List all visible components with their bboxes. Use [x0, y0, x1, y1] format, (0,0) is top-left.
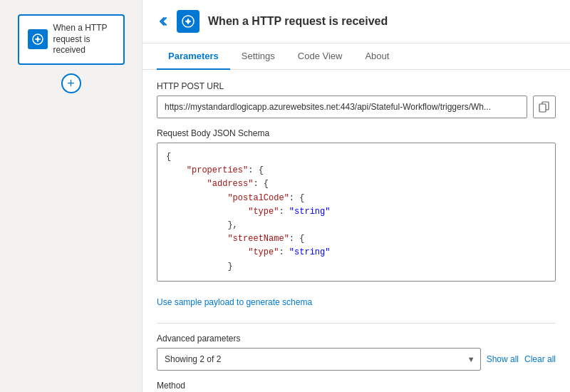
method-label: Method	[157, 381, 556, 391]
http-post-url-input[interactable]	[157, 96, 527, 118]
copy-url-button[interactable]	[533, 96, 556, 118]
method-field-group: Method GET POST PUT DELETE PATCH ▼	[157, 381, 556, 392]
tab-code-view[interactable]: Code View	[286, 43, 354, 70]
tab-about[interactable]: About	[353, 43, 400, 70]
http-trigger-icon	[28, 29, 48, 49]
json-line: "properties": {	[166, 164, 546, 177]
http-post-url-group: HTTP POST URL	[157, 81, 556, 118]
json-line: },	[166, 219, 546, 232]
content-area: HTTP POST URL Request Body JSON Schema {…	[142, 70, 570, 392]
json-line: "postalCode": {	[166, 192, 546, 205]
json-line: "type": "string"	[166, 246, 546, 259]
panel-header: When a HTTP request is received	[142, 0, 570, 43]
left-panel: When a HTTP request is received +	[0, 0, 142, 392]
tab-parameters[interactable]: Parameters	[157, 43, 230, 70]
trigger-label: When a HTTP request is received	[53, 23, 115, 56]
panel-header-icon	[177, 10, 200, 33]
panel-title: When a HTTP request is received	[208, 15, 388, 28]
json-schema-editor[interactable]: { "properties": { "address": { "postalCo…	[157, 143, 556, 282]
show-all-button[interactable]: Show all	[487, 354, 519, 364]
svg-rect-5	[539, 104, 546, 112]
http-post-url-label: HTTP POST URL	[157, 81, 556, 91]
add-step-button[interactable]: +	[61, 73, 81, 93]
sample-payload-link[interactable]: Use sample payload to generate schema	[157, 297, 312, 307]
params-row: Showing 2 of 2 ▼ Show all Clear all	[157, 348, 556, 371]
json-line: {	[166, 150, 546, 164]
json-line: "type": "string"	[166, 205, 546, 219]
svg-point-3	[187, 20, 190, 24]
json-line: "address": {	[166, 177, 546, 191]
json-line: "streetName": {	[166, 232, 546, 246]
params-dropdown[interactable]: Showing 2 of 2	[157, 348, 481, 371]
svg-point-1	[36, 38, 39, 41]
tabs-bar: Parameters Settings Code View About	[142, 43, 570, 70]
tab-settings[interactable]: Settings	[230, 43, 286, 70]
divider	[157, 323, 556, 324]
right-panel: When a HTTP request is received Paramete…	[142, 0, 570, 392]
url-row	[157, 96, 556, 118]
clear-all-button[interactable]: Clear all	[524, 354, 556, 364]
json-line: }	[166, 260, 546, 274]
trigger-card[interactable]: When a HTTP request is received	[18, 14, 125, 65]
collapse-button[interactable]	[157, 16, 168, 27]
json-schema-group: Request Body JSON Schema { "properties":…	[157, 128, 556, 282]
json-schema-label: Request Body JSON Schema	[157, 128, 556, 138]
params-dropdown-wrapper: Showing 2 of 2 ▼	[157, 348, 481, 371]
advanced-params-label: Advanced parameters	[157, 334, 556, 344]
advanced-params-group: Advanced parameters Showing 2 of 2 ▼ Sho…	[157, 334, 556, 371]
